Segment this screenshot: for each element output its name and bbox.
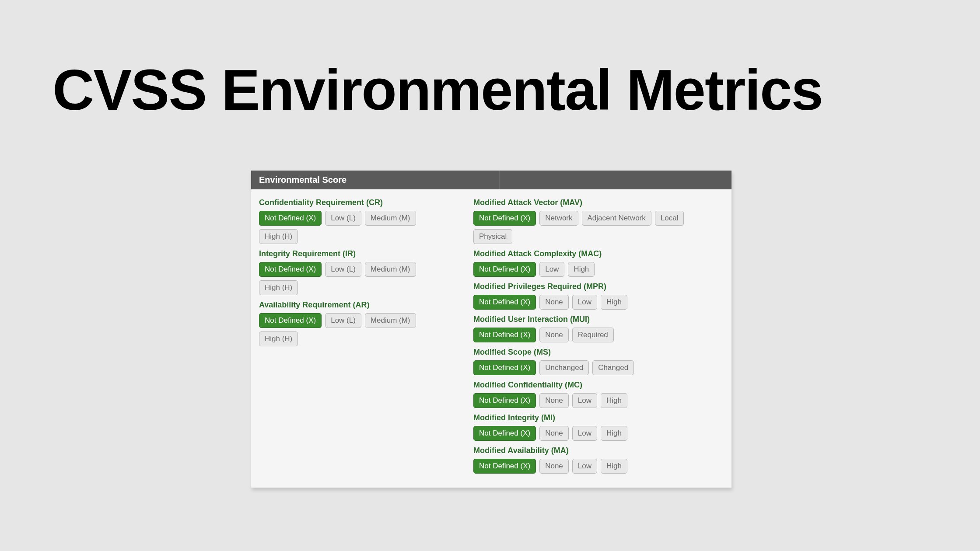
metric-cr-options: Not Defined (X) Low (L) Medium (M) High …	[259, 211, 453, 244]
right-column: Modified Attack Vector (MAV) Not Defined…	[461, 189, 732, 488]
ms-not-defined-option[interactable]: Not Defined (X)	[473, 360, 536, 375]
mav-physical-option[interactable]: Physical	[473, 229, 512, 244]
ir-low-option[interactable]: Low (L)	[325, 262, 361, 277]
metric-ir: Integrity Requirement (IR) Not Defined (…	[259, 249, 453, 295]
panel-header-spacer	[499, 171, 732, 189]
mav-local-option[interactable]: Local	[655, 211, 684, 226]
cr-medium-option[interactable]: Medium (M)	[365, 211, 416, 226]
mi-not-defined-option[interactable]: Not Defined (X)	[473, 426, 536, 441]
mc-low-option[interactable]: Low	[572, 393, 597, 408]
mav-adjacent-option[interactable]: Adjacent Network	[582, 211, 651, 226]
mc-high-option[interactable]: High	[601, 393, 627, 408]
ar-medium-option[interactable]: Medium (M)	[365, 313, 416, 328]
mac-high-option[interactable]: High	[568, 262, 595, 277]
metric-ar: Availability Requirement (AR) Not Define…	[259, 300, 453, 346]
mpr-low-option[interactable]: Low	[572, 295, 597, 310]
metric-mav-options: Not Defined (X) Network Adjacent Network…	[473, 211, 724, 244]
ma-not-defined-option[interactable]: Not Defined (X)	[473, 459, 536, 474]
metric-mi: Modified Integrity (MI) Not Defined (X) …	[473, 413, 724, 441]
metric-mac-label: Modified Attack Complexity (MAC)	[473, 249, 724, 258]
metric-cr-label: Confidentiality Requirement (CR)	[259, 198, 453, 207]
ms-unchanged-option[interactable]: Unchanged	[539, 360, 589, 375]
environmental-score-panel: Environmental Score Confidentiality Requ…	[251, 171, 732, 488]
left-column: Confidentiality Requirement (CR) Not Def…	[251, 189, 461, 488]
metric-mc: Modified Confidentiality (MC) Not Define…	[473, 380, 724, 408]
cr-not-defined-option[interactable]: Not Defined (X)	[259, 211, 322, 226]
metric-ma-label: Modified Availability (MA)	[473, 446, 724, 455]
mi-high-option[interactable]: High	[601, 426, 627, 441]
metric-mui: Modified User Interaction (MUI) Not Defi…	[473, 315, 724, 342]
page-title: CVSS Environmental Metrics	[52, 57, 822, 123]
ar-high-option[interactable]: High (H)	[259, 331, 298, 346]
mpr-none-option[interactable]: None	[539, 295, 569, 310]
ms-changed-option[interactable]: Changed	[592, 360, 634, 375]
metric-ma-options: Not Defined (X) None Low High	[473, 459, 724, 474]
mui-not-defined-option[interactable]: Not Defined (X)	[473, 328, 536, 342]
panel-header-title: Environmental Score	[251, 171, 499, 189]
metric-mui-options: Not Defined (X) None Required	[473, 328, 724, 342]
metric-ir-options: Not Defined (X) Low (L) Medium (M) High …	[259, 262, 453, 295]
ar-not-defined-option[interactable]: Not Defined (X)	[259, 313, 322, 328]
ir-not-defined-option[interactable]: Not Defined (X)	[259, 262, 322, 277]
metric-ms: Modified Scope (MS) Not Defined (X) Unch…	[473, 348, 724, 375]
metric-ms-label: Modified Scope (MS)	[473, 348, 724, 357]
mac-low-option[interactable]: Low	[539, 262, 564, 277]
metric-ms-options: Not Defined (X) Unchanged Changed	[473, 360, 724, 375]
metric-mc-options: Not Defined (X) None Low High	[473, 393, 724, 408]
metric-cr: Confidentiality Requirement (CR) Not Def…	[259, 198, 453, 244]
metric-mav: Modified Attack Vector (MAV) Not Defined…	[473, 198, 724, 244]
ma-low-option[interactable]: Low	[572, 459, 597, 474]
metric-ar-label: Availability Requirement (AR)	[259, 300, 453, 310]
metric-ir-label: Integrity Requirement (IR)	[259, 249, 453, 258]
metric-mpr: Modified Privileges Required (MPR) Not D…	[473, 282, 724, 310]
metric-ar-options: Not Defined (X) Low (L) Medium (M) High …	[259, 313, 453, 346]
mi-none-option[interactable]: None	[539, 426, 569, 441]
cr-low-option[interactable]: Low (L)	[325, 211, 361, 226]
mac-not-defined-option[interactable]: Not Defined (X)	[473, 262, 536, 277]
ir-medium-option[interactable]: Medium (M)	[365, 262, 416, 277]
ar-low-option[interactable]: Low (L)	[325, 313, 361, 328]
mc-none-option[interactable]: None	[539, 393, 569, 408]
metric-mi-label: Modified Integrity (MI)	[473, 413, 724, 422]
panel-header: Environmental Score	[251, 171, 732, 189]
mpr-not-defined-option[interactable]: Not Defined (X)	[473, 295, 536, 310]
cr-high-option[interactable]: High (H)	[259, 229, 298, 244]
metric-mac: Modified Attack Complexity (MAC) Not Def…	[473, 249, 724, 277]
mav-network-option[interactable]: Network	[539, 211, 578, 226]
metric-mc-label: Modified Confidentiality (MC)	[473, 380, 724, 390]
mui-required-option[interactable]: Required	[572, 328, 614, 342]
ma-none-option[interactable]: None	[539, 459, 569, 474]
metric-mpr-label: Modified Privileges Required (MPR)	[473, 282, 724, 291]
mi-low-option[interactable]: Low	[572, 426, 597, 441]
metric-mi-options: Not Defined (X) None Low High	[473, 426, 724, 441]
mav-not-defined-option[interactable]: Not Defined (X)	[473, 211, 536, 226]
mpr-high-option[interactable]: High	[601, 295, 627, 310]
mc-not-defined-option[interactable]: Not Defined (X)	[473, 393, 536, 408]
panel-body: Confidentiality Requirement (CR) Not Def…	[251, 189, 732, 488]
metric-mac-options: Not Defined (X) Low High	[473, 262, 724, 277]
mui-none-option[interactable]: None	[539, 328, 569, 342]
metric-mav-label: Modified Attack Vector (MAV)	[473, 198, 724, 207]
ir-high-option[interactable]: High (H)	[259, 280, 298, 295]
ma-high-option[interactable]: High	[601, 459, 627, 474]
metric-mpr-options: Not Defined (X) None Low High	[473, 295, 724, 310]
metric-ma: Modified Availability (MA) Not Defined (…	[473, 446, 724, 474]
metric-mui-label: Modified User Interaction (MUI)	[473, 315, 724, 324]
